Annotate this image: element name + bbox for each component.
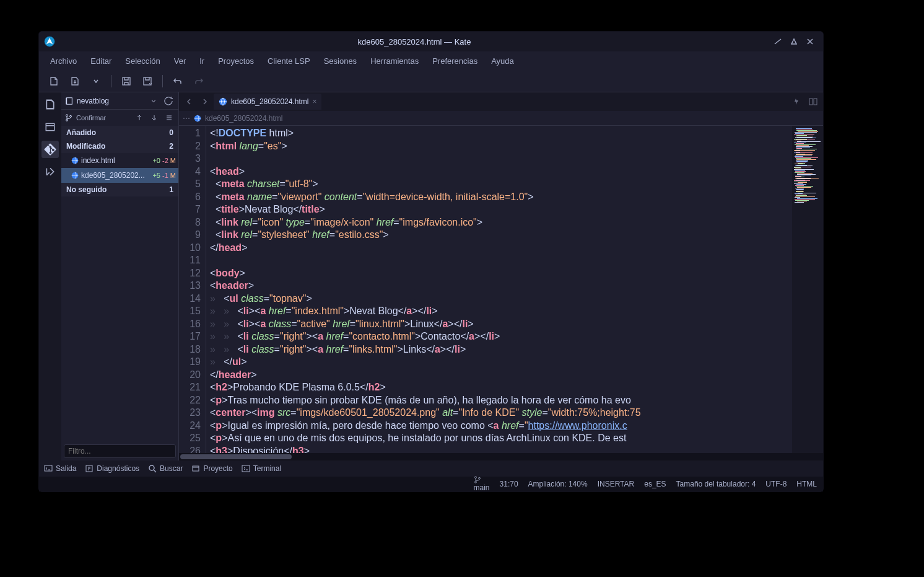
save-button[interactable]	[118, 73, 135, 90]
section-modified[interactable]: Modificado2	[61, 139, 178, 153]
terminal-button[interactable]: Terminal	[242, 464, 281, 473]
search-button[interactable]: Buscar	[148, 464, 183, 473]
undo-button[interactable]	[169, 73, 186, 90]
branch-icon	[65, 114, 72, 121]
push-button[interactable]	[134, 112, 145, 123]
svg-point-18	[474, 477, 476, 478]
menu-ir[interactable]: Ir	[193, 54, 211, 68]
projects-rail-button[interactable]	[41, 118, 59, 136]
nav-forward-button[interactable]	[198, 94, 212, 109]
status-zoom[interactable]: Ampliación: 140%	[528, 480, 588, 488]
status-language[interactable]: HTML	[796, 480, 817, 488]
scrollbar-thumb[interactable]	[180, 454, 292, 459]
code-area[interactable]: 1234567891011121314151617181920212223242…	[179, 126, 823, 453]
status-position[interactable]: 31:70	[500, 480, 518, 488]
svg-point-19	[474, 481, 476, 483]
editor-tab[interactable]: kde605_28052024.html ×	[214, 94, 321, 110]
svg-rect-1	[123, 77, 130, 85]
svg-point-20	[478, 477, 480, 479]
separator	[162, 75, 163, 87]
minimize-button[interactable]	[770, 34, 786, 49]
bottom-toolbar: Salida Diagnósticos Buscar Proyecto Term…	[39, 460, 823, 477]
svg-rect-3	[46, 123, 54, 130]
commit-bar: Confirmar	[61, 110, 178, 126]
status-bar: main 31:70 Ampliación: 140% INSERTAR es_…	[39, 477, 823, 491]
breadcrumb-file[interactable]: kde605_28052024.html	[205, 114, 282, 123]
status-mode[interactable]: INSERTAR	[598, 480, 635, 488]
status-tabsize[interactable]: Tamaño del tabulador: 4	[676, 480, 756, 488]
line-gutter: 1234567891011121314151617181920212223242…	[179, 126, 206, 453]
window-title: kde605_28052024.html — Kate	[59, 37, 770, 46]
project-header: nevatblog	[61, 92, 178, 110]
menu-ver[interactable]: Ver	[168, 54, 193, 68]
svg-rect-17	[242, 465, 250, 472]
section-added[interactable]: Añadido0	[61, 126, 178, 139]
save-as-button[interactable]	[139, 73, 156, 90]
svg-point-5	[66, 119, 68, 121]
redo-button[interactable]	[190, 73, 207, 90]
breadcrumb: ⋯ kde605_28052024.html	[179, 111, 823, 126]
tab-label: kde605_28052024.html	[231, 97, 308, 106]
pull-button[interactable]	[149, 112, 160, 123]
globe-icon	[219, 97, 227, 106]
menu-preferencias[interactable]: Preferencias	[426, 54, 484, 68]
status-locale[interactable]: es_ES	[644, 480, 666, 488]
globe-icon	[71, 157, 79, 164]
diff-stat: +5 -1 M	[152, 172, 176, 179]
filter-input[interactable]	[64, 444, 176, 458]
svg-rect-13	[45, 465, 52, 471]
status-branch[interactable]: main	[474, 476, 490, 492]
menu-archivo[interactable]: Archivo	[44, 54, 83, 68]
git-file-row[interactable]: kde605_2805202...+5 -1 M	[61, 168, 178, 183]
open-file-button[interactable]	[66, 73, 84, 90]
project-button[interactable]: Proyecto	[191, 464, 232, 473]
svg-rect-16	[193, 466, 199, 471]
split-button[interactable]	[806, 94, 821, 109]
menu-sesiones[interactable]: Sesiones	[318, 54, 363, 68]
menu-editar[interactable]: Editar	[84, 54, 118, 68]
menu-ayuda[interactable]: Ayuda	[485, 54, 520, 68]
separator	[111, 75, 111, 87]
menu-cliente lsp[interactable]: Cliente LSP	[261, 54, 316, 68]
new-file-button[interactable]	[45, 73, 63, 90]
refresh-button[interactable]	[162, 95, 175, 107]
diff-stat: +0 -2 M	[152, 157, 176, 164]
section-untracked[interactable]: No seguido1	[61, 183, 178, 196]
tab-close-icon[interactable]: ×	[312, 97, 316, 106]
commit-label[interactable]: Confirmar	[76, 114, 130, 121]
git-panel: nevatblog Confirmar Añadido0 Modificado2…	[61, 92, 179, 460]
output-button[interactable]: Salida	[44, 464, 76, 473]
project-dropdown[interactable]	[147, 95, 160, 107]
code-content[interactable]: <!DOCTYPE html><html lang="es"> <head> <…	[206, 126, 792, 453]
more-icon[interactable]: ⋯	[183, 114, 190, 123]
git-rail-button[interactable]	[41, 141, 59, 158]
maximize-button[interactable]	[786, 34, 802, 49]
svg-rect-11	[814, 99, 817, 105]
menubar: ArchivoEditarSelecciónVerIrProyectosClie…	[39, 51, 823, 70]
project-name: nevatblog	[77, 97, 109, 105]
tab-bar: kde605_28052024.html ×	[179, 92, 823, 111]
globe-icon	[71, 172, 79, 179]
menu-proyectos[interactable]: Proyectos	[212, 54, 260, 68]
nav-back-button[interactable]	[181, 94, 196, 109]
filter-box	[61, 442, 178, 460]
globe-icon	[194, 115, 201, 122]
menu-selección[interactable]: Selección	[119, 54, 166, 68]
svg-point-15	[149, 465, 154, 470]
editor-area: kde605_28052024.html × ⋯ kde605_28052024…	[179, 92, 823, 460]
diagnostics-button[interactable]: Diagnósticos	[85, 464, 139, 473]
documents-rail-button[interactable]	[41, 96, 59, 113]
open-dropdown[interactable]	[87, 73, 105, 90]
titlebar: kde605_28052024.html — Kate	[39, 32, 823, 51]
activity-bar	[39, 92, 61, 460]
close-button[interactable]	[802, 34, 818, 49]
menu-herramientas[interactable]: Herramientas	[364, 54, 425, 68]
horizontal-scrollbar[interactable]	[179, 453, 823, 460]
git-file-row[interactable]: index.html+0 -2 M	[61, 153, 178, 168]
menu-button[interactable]	[163, 112, 175, 123]
book-icon	[65, 97, 74, 105]
quick-action-button[interactable]	[788, 94, 803, 109]
lsp-rail-button[interactable]	[41, 163, 59, 180]
status-encoding[interactable]: UTF-8	[765, 480, 787, 488]
minimap[interactable]	[792, 126, 823, 453]
